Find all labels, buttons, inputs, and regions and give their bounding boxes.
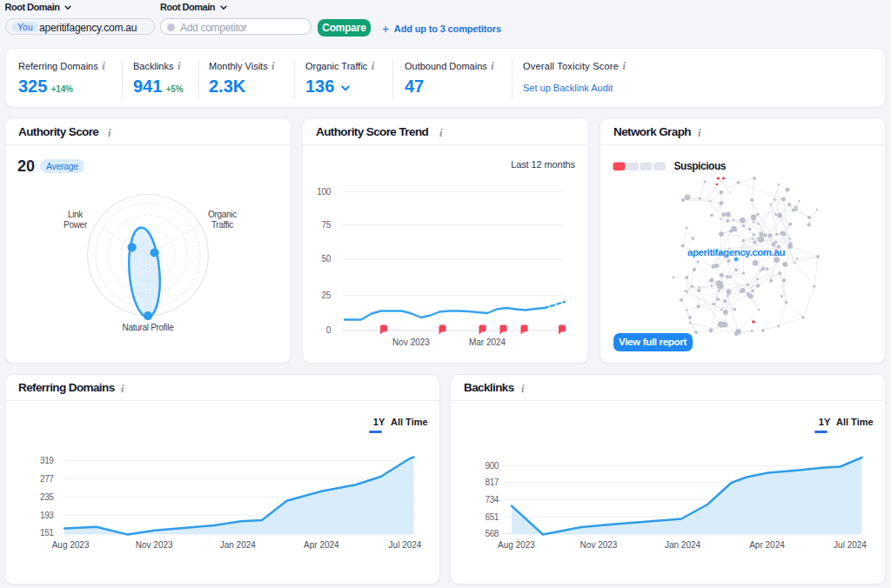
svg-text:Nov 2023: Nov 2023 [392,337,430,347]
svg-text:651: 651 [486,512,499,522]
svg-text:Apr 2024: Apr 2024 [304,540,339,550]
svg-text:900: 900 [486,461,499,471]
svg-text:Jan 2024: Jan 2024 [220,540,257,550]
svg-text:Suspicious: Suspicious [674,160,727,172]
svg-text:Jul 2024: Jul 2024 [834,540,867,550]
svg-text:235: 235 [40,492,54,502]
svg-text:Natural Profile: Natural Profile [123,323,175,332]
svg-text:Last 12 months: Last 12 months [511,159,575,170]
svg-text:319: 319 [40,456,54,465]
svg-text:568: 568 [486,529,499,538]
svg-text:734: 734 [486,495,499,504]
svg-text:Jan 2024: Jan 2024 [665,540,701,550]
svg-text:Traffic: Traffic [211,220,233,230]
svg-text:100: 100 [317,187,332,197]
svg-text:25: 25 [321,291,331,300]
svg-text:Nov 2023: Nov 2023 [580,540,618,550]
svg-text:0: 0 [326,325,332,335]
svg-text:Apr 2024: Apr 2024 [749,540,785,550]
svg-text:75: 75 [321,220,331,230]
svg-text:151: 151 [40,528,54,538]
svg-text:Nov 2023: Nov 2023 [136,540,173,550]
svg-text:Aug 2023: Aug 2023 [498,540,535,550]
svg-text:Aug 2023: Aug 2023 [52,540,90,550]
svg-text:aperitifagency.com.au: aperitifagency.com.au [687,247,786,257]
svg-text:817: 817 [486,478,499,487]
svg-text:Link: Link [68,210,84,219]
svg-text:277: 277 [40,474,54,484]
svg-text:Power: Power [64,220,88,230]
svg-text:193: 193 [40,511,54,520]
svg-text:Organic: Organic [208,210,237,219]
svg-text:Jul 2024: Jul 2024 [389,540,422,550]
svg-text:50: 50 [321,254,331,264]
svg-text:Mar 2024: Mar 2024 [469,337,506,347]
